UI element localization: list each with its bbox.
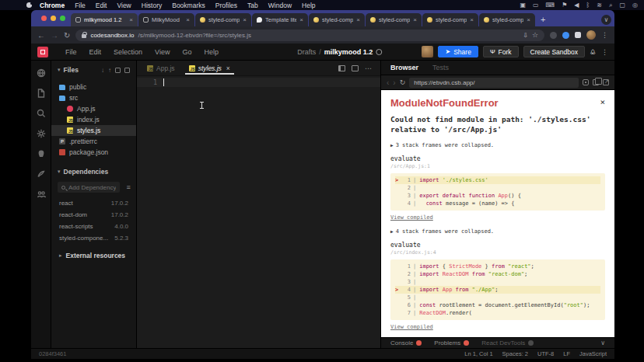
file-index-js[interactable]: JSindex.js <box>51 114 136 125</box>
tab-close-icon[interactable]: × <box>129 16 133 23</box>
devtools-tab-console[interactable]: Console <box>390 339 422 346</box>
browser-tab[interactable]: styled-compo...× <box>422 13 478 26</box>
external-resources-section[interactable]: ▸ External resources <box>51 244 136 267</box>
devtools-tab-react-devtools[interactable]: React DevTools <box>481 339 534 346</box>
back-icon[interactable]: ← <box>37 31 45 40</box>
forward-icon[interactable]: → <box>51 31 58 40</box>
chrome-profile-avatar[interactable] <box>586 30 596 40</box>
editor-body[interactable]: 1 <box>137 76 380 348</box>
sandbox-title[interactable]: milkymood 1.2 <box>324 48 373 56</box>
deployment-rocket-icon[interactable] <box>37 169 46 179</box>
browser-tab[interactable]: milkymood 1.2× <box>71 13 138 26</box>
menu-go[interactable]: Go <box>176 48 198 56</box>
spotlight-search-icon[interactable]: ⌕ <box>609 0 612 10</box>
preview-back-icon[interactable]: ‹ <box>387 78 389 87</box>
close-window-button[interactable] <box>41 16 47 21</box>
display-icon[interactable]: ▢ <box>619 0 625 10</box>
dependency-row[interactable]: styled-compone...5.2.3 <box>51 232 136 244</box>
breadcrumb[interactable]: Drafts / milkymood 1.2 <box>297 48 382 56</box>
extension-icon[interactable] <box>550 32 557 39</box>
split-view-icon[interactable] <box>338 65 345 71</box>
user-avatar[interactable] <box>422 46 433 57</box>
codesandbox-logo[interactable] <box>37 47 48 57</box>
notifications-bell-icon[interactable]: 🕭 <box>590 48 597 56</box>
preview-refresh-icon[interactable]: ↻ <box>400 78 406 86</box>
tab-browser[interactable]: Browser <box>390 64 418 71</box>
files-section-header[interactable]: ▾ Files ↓ ↑ <box>51 61 136 78</box>
minimize-window-button[interactable] <box>51 16 56 21</box>
dependencies-section-header[interactable]: ▾ Dependencies <box>51 162 136 180</box>
menu-selection[interactable]: Selection <box>107 48 149 56</box>
status-item[interactable]: JavaScript <box>579 350 607 357</box>
menu-file[interactable]: File <box>59 48 83 56</box>
browser-tab[interactable]: styled-compo...× <box>309 13 365 26</box>
keyboard-icon[interactable]: ⌨ <box>546 0 555 10</box>
screen-mirroring-icon[interactable]: ▣ <box>520 0 526 10</box>
new-file-icon[interactable] <box>115 68 121 73</box>
open-in-new-window-icon[interactable] <box>603 79 609 85</box>
menu-help[interactable]: Help <box>198 48 225 56</box>
breadcrumb-folder[interactable]: Drafts <box>297 48 316 56</box>
create-sandbox-button[interactable]: Create Sandbox <box>523 46 585 57</box>
tab-close-icon[interactable]: × <box>226 64 230 72</box>
status-item[interactable]: Spaces: 2 <box>502 350 528 357</box>
menubar-item-tab[interactable]: Tab <box>247 2 258 9</box>
apple-menu-icon[interactable] <box>26 2 32 8</box>
add-dependency-input[interactable]: Add Dependency <box>58 182 120 193</box>
control-center-icon[interactable]: ◎ <box>632 0 638 10</box>
menubar-item-help[interactable]: Help <box>302 2 315 9</box>
collapsed-frames-row[interactable]: ▶4 stack frames were collapsed. <box>390 228 605 235</box>
tab-search-button[interactable]: ∨ <box>601 15 611 25</box>
dependency-row[interactable]: react-scripts4.0.0 <box>51 221 136 232</box>
tab-close-icon[interactable]: × <box>413 16 417 23</box>
tab-close-icon[interactable]: × <box>470 16 474 23</box>
address-bar[interactable]: codesandbox.io/s/milkymood-12-ebvdn?file… <box>75 30 544 41</box>
toggle-preview-icon[interactable] <box>352 65 359 71</box>
status-item[interactable]: Ln 1, Col 1 <box>464 350 492 357</box>
file-package-json[interactable]: package.json <box>51 147 136 158</box>
view-compiled-link[interactable]: View compiled <box>390 214 605 221</box>
preview-forward-icon[interactable]: › <box>393 78 395 87</box>
file-styles-js[interactable]: JSstyles.js <box>51 125 136 136</box>
browser-tab[interactable]: styled-compo...× <box>479 13 535 26</box>
settings-gear-icon[interactable] <box>37 129 46 138</box>
collapsed-frames-row[interactable]: ▶3 stack frames were collapsed. <box>390 142 605 148</box>
wifi-icon[interactable]: ≋ <box>597 0 602 10</box>
browser-tab[interactable]: Template litera...× <box>252 13 308 26</box>
share-button[interactable]: ➤Share <box>438 46 478 57</box>
file-public[interactable]: public <box>51 82 136 92</box>
search-icon[interactable] <box>37 109 46 118</box>
upload-icon[interactable]: ↑ <box>108 67 111 74</box>
menu-edit[interactable]: Edit <box>83 48 108 56</box>
tab-close-icon[interactable]: × <box>243 16 247 23</box>
zoom-window-button[interactable] <box>60 16 65 21</box>
menubar-item-edit[interactable]: Edit <box>96 2 107 9</box>
menubar-item-profiles[interactable]: Profiles <box>215 2 237 9</box>
new-tab-button[interactable]: + <box>541 15 545 24</box>
responsive-mode-icon[interactable] <box>583 79 589 85</box>
battery-icon[interactable]: ▭ <box>533 0 539 10</box>
menubar-item-bookmarks[interactable]: Bookmarks <box>172 2 205 9</box>
extension-icon[interactable] <box>562 32 569 39</box>
privacy-globe-icon[interactable] <box>376 49 382 55</box>
menubar-item-file[interactable]: File <box>75 2 86 9</box>
browser-tab[interactable]: styled-compon...× <box>195 13 251 26</box>
status-item[interactable]: UTF-8 <box>537 350 554 357</box>
menubar-item-view[interactable]: View <box>117 2 131 9</box>
browser-tab[interactable]: styled-compo...× <box>366 13 422 26</box>
editor-more-icon[interactable]: ⋯ <box>365 64 373 72</box>
close-icon[interactable]: × <box>600 97 605 107</box>
editor-tab-app-js[interactable]: JSApp.js <box>140 61 182 75</box>
editor-tab-styles-js[interactable]: JSstyles.js× <box>182 61 237 75</box>
tab-close-icon[interactable]: × <box>527 16 530 23</box>
file-app-js[interactable]: App.js <box>51 103 136 114</box>
file-explorer-icon[interactable] <box>37 89 46 98</box>
dependency-row[interactable]: react-dom17.0.2 <box>51 209 136 221</box>
extensions-puzzle-icon[interactable] <box>575 32 581 38</box>
dependency-options-icon[interactable]: ≡ <box>126 183 130 191</box>
bookmark-star-icon[interactable]: ☆ <box>532 31 538 39</box>
copy-url-icon[interactable] <box>593 79 599 85</box>
devtools-expand-icon[interactable]: ∨ <box>600 339 605 346</box>
devtools-tab-problems[interactable]: Problems <box>434 339 469 346</box>
volume-icon[interactable]: ◀ <box>574 0 579 10</box>
